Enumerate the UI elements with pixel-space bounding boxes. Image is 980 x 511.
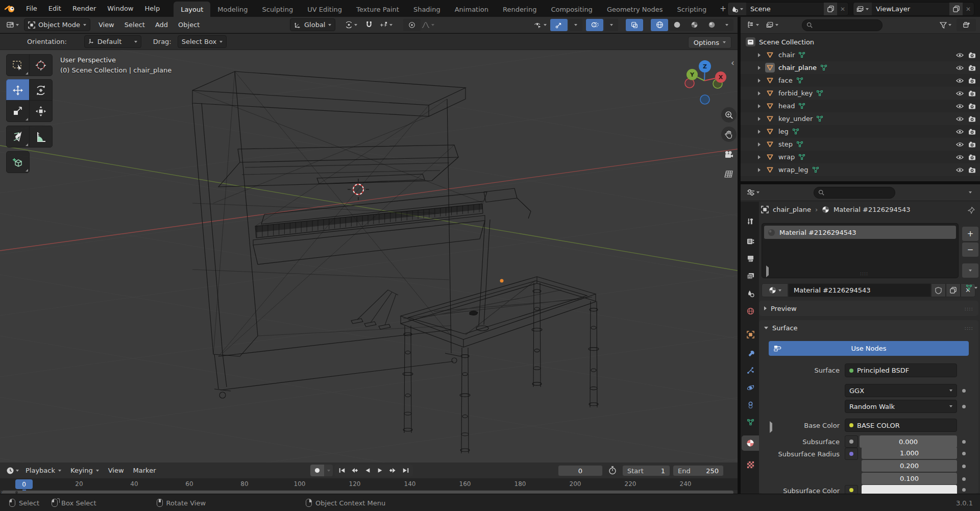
snap-target-button[interactable] <box>378 19 395 31</box>
cursor-tool[interactable] <box>29 54 53 76</box>
xray-toggle[interactable] <box>626 19 643 31</box>
breadcrumb-object[interactable]: chair_plane <box>773 206 811 213</box>
hide-viewport-eye-icon[interactable] <box>956 104 964 109</box>
disable-render-camera-icon[interactable] <box>968 90 976 96</box>
pivot-point-button[interactable] <box>343 19 359 31</box>
tab-scene[interactable] <box>742 286 759 301</box>
jump-to-start-button[interactable] <box>335 465 348 476</box>
viewlayer-copy-button[interactable] <box>949 3 963 15</box>
scene-browse-button[interactable] <box>728 3 746 15</box>
topbar-menu-item[interactable]: File <box>20 0 43 17</box>
annotate-tool[interactable] <box>6 126 30 148</box>
surface-shader-field[interactable]: Principled BSDF <box>845 363 957 377</box>
expand-arrow-icon[interactable] <box>758 53 761 57</box>
drag-orientation-select[interactable]: Default <box>84 35 141 48</box>
slot-list-expand-icon[interactable] <box>766 267 769 275</box>
radius-slider[interactable]: 1.000 <box>862 447 957 459</box>
viewlayer-name[interactable]: ViewLayer <box>872 5 949 13</box>
gizmos-dropdown[interactable] <box>569 19 582 31</box>
slot-list-grip[interactable]: :::: <box>860 271 868 276</box>
outliner-object-row[interactable]: wrap <box>741 151 980 163</box>
measure-tool[interactable] <box>29 126 53 148</box>
outliner-object-row[interactable]: chair <box>741 48 980 61</box>
tab-physics[interactable] <box>742 380 759 395</box>
camera-view-button[interactable] <box>721 147 737 162</box>
topbar-menu-item[interactable]: Help <box>139 0 166 17</box>
transform-orientation[interactable]: Global <box>290 18 335 31</box>
hide-viewport-eye-icon[interactable] <box>956 129 964 134</box>
shading-dropdown[interactable] <box>720 19 733 31</box>
proportional-editing-button[interactable] <box>403 19 421 31</box>
hide-viewport-eye-icon[interactable] <box>956 65 964 70</box>
use-nodes-button[interactable]: Use Nodes <box>769 341 969 356</box>
gizmos-toggle[interactable] <box>550 19 568 31</box>
outliner-row-scene-collection[interactable]: Scene Collection <box>741 35 980 48</box>
expand-arrow-icon[interactable] <box>758 117 761 121</box>
gizmo-neg-z[interactable] <box>700 95 709 104</box>
use-preview-range-icon[interactable] <box>608 466 617 476</box>
disable-render-camera-icon[interactable] <box>968 103 976 109</box>
remove-slot-button[interactable]: − <box>962 242 979 257</box>
hide-viewport-eye-icon[interactable] <box>956 78 964 83</box>
current-frame-field[interactable]: 0 <box>558 465 603 476</box>
workspace-tab[interactable]: Shading <box>406 2 448 17</box>
mode-selector[interactable]: Object Mode <box>24 18 90 31</box>
prev-keyframe-button[interactable] <box>348 465 361 476</box>
workspace-tab[interactable]: UV Editing <box>300 2 349 17</box>
hide-viewport-eye-icon[interactable] <box>956 116 964 121</box>
properties-search-input[interactable] <box>814 187 895 199</box>
sidebar-collapse-arrow[interactable]: ‹ <box>731 58 734 68</box>
workspace-tab[interactable]: Sculpting <box>255 2 300 17</box>
zoom-view-button[interactable] <box>721 107 737 123</box>
disable-render-camera-icon[interactable] <box>968 167 976 173</box>
tab-viewlayer[interactable] <box>742 269 759 284</box>
overlays-toggle[interactable] <box>586 19 603 31</box>
outliner-object-row[interactable]: forbid_key <box>741 87 980 100</box>
viewport-menu-item[interactable]: Select <box>119 21 150 29</box>
browse-material-button[interactable] <box>762 283 788 297</box>
properties-editor-type-button[interactable] <box>745 186 762 199</box>
tab-tool[interactable] <box>742 213 759 229</box>
radius-input-socket[interactable] <box>845 448 858 460</box>
start-frame-field[interactable]: Start 1 <box>622 465 670 476</box>
tab-constraints[interactable] <box>742 397 759 412</box>
expand-arrow-icon[interactable] <box>758 130 761 134</box>
outliner-search-input[interactable] <box>802 19 883 31</box>
next-keyframe-button[interactable] <box>386 465 399 476</box>
rotate-tool[interactable] <box>29 79 53 101</box>
subsurface-animate-dot[interactable] <box>962 440 966 444</box>
outliner-object-row[interactable]: step <box>741 138 980 151</box>
radius-y-animate-dot[interactable] <box>962 465 966 468</box>
material-name-field[interactable]: Material #2126294543 <box>788 283 931 297</box>
radius-slider[interactable]: 0.200 <box>862 460 957 472</box>
viewlayer-browse-button[interactable] <box>853 3 872 15</box>
outliner-object-row[interactable]: head <box>741 100 980 112</box>
expand-arrow-icon[interactable] <box>758 91 761 95</box>
disable-render-camera-icon[interactable] <box>968 154 976 160</box>
link-material-dropdown[interactable] <box>966 284 977 291</box>
disable-render-camera-icon[interactable] <box>968 129 976 135</box>
outliner-object-row[interactable]: chair_plane <box>741 61 980 74</box>
auto-keying-record-button[interactable] <box>310 465 324 476</box>
workspace-tab[interactable]: Layout <box>174 2 210 17</box>
scene-unlink-button[interactable]: ✕ <box>837 6 848 13</box>
tab-texture[interactable] <box>742 457 759 472</box>
material-slot-selected[interactable]: Material #2126294543 <box>764 226 956 239</box>
viewport-menu-item[interactable]: Add <box>150 21 173 29</box>
timeline-menu-item[interactable]: View <box>104 467 129 474</box>
radius-x-animate-dot[interactable] <box>962 452 966 455</box>
editor-type-button[interactable] <box>4 19 21 31</box>
scene-name[interactable]: Scene <box>746 5 824 13</box>
outliner-object-row[interactable]: wrap_leg <box>741 163 980 176</box>
sss-method-dropdown[interactable]: Random Walk <box>845 400 957 413</box>
distribution-animate-dot[interactable] <box>962 389 966 393</box>
topbar-menu-item[interactable]: Window <box>102 0 139 17</box>
hide-viewport-eye-icon[interactable] <box>956 91 964 96</box>
play-reverse-button[interactable] <box>361 465 374 476</box>
subsurface-input-socket[interactable] <box>845 435 858 448</box>
shading-material-button[interactable] <box>685 19 703 31</box>
transform-tool[interactable] <box>29 100 53 122</box>
workspace-tab[interactable]: Scripting <box>670 2 714 17</box>
hide-viewport-eye-icon[interactable] <box>956 155 964 160</box>
outliner-display-mode-button[interactable] <box>764 19 780 31</box>
